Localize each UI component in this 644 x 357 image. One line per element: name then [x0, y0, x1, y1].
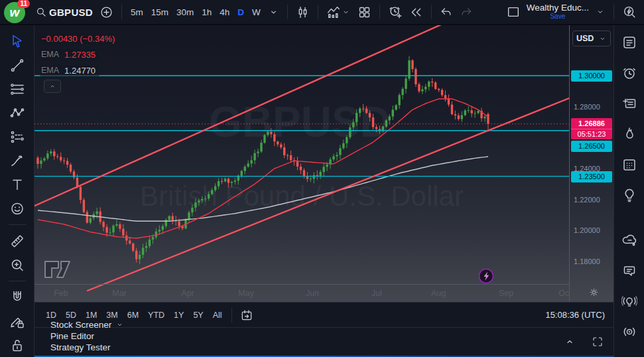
layout-select-button[interactable]: [503, 3, 524, 21]
panel-tab-label: Stock Screener: [50, 320, 111, 330]
sidebar-item-notes[interactable]: [617, 94, 641, 113]
separator: [121, 5, 122, 19]
price-axis-label: 1.20000: [574, 225, 600, 236]
currency-selector[interactable]: USD: [572, 31, 611, 46]
time-axis-month[interactable]: Jul: [371, 289, 382, 298]
magnet-icon: [9, 289, 25, 306]
timeframe-15m[interactable]: 15m: [147, 5, 172, 19]
price-axis-label: 1.22000: [574, 194, 600, 206]
time-axis-month[interactable]: Mar: [112, 289, 127, 298]
timeframe-w[interactable]: W: [248, 5, 265, 19]
flash-search-icon: [622, 5, 637, 19]
chart-pane[interactable]: GBPUSDBritish Pound / U.S. Dollar −0.004…: [34, 25, 613, 302]
compare-add-button[interactable]: [96, 3, 117, 21]
tool-xabcd-pattern[interactable]: [5, 104, 29, 122]
timeframe-30m[interactable]: 30m: [172, 5, 198, 19]
timezone-clock[interactable]: 15:08:36 (UTC): [542, 308, 608, 322]
quick-search-button[interactable]: [619, 3, 640, 21]
symbol-search-button[interactable]: GBPUSD: [32, 4, 96, 21]
symbol-change-row[interactable]: −0.00430 (−0.34%): [40, 33, 119, 44]
ema-fast-row[interactable]: EMA 1.27335: [40, 49, 99, 60]
chart-style-button[interactable]: [292, 3, 313, 21]
notes-icon: [621, 95, 637, 112]
layout-menu-button[interactable]: [592, 5, 609, 19]
timeframe-1h[interactable]: 1h: [198, 5, 216, 19]
app-logo[interactable]: w 11: [4, 1, 27, 23]
symbol-name: GBPUSD: [49, 7, 93, 18]
chevron-down-icon: [341, 7, 351, 17]
sidebar-item-streams[interactable]: [617, 322, 641, 341]
sidebar-item-watchlist[interactable]: [617, 33, 641, 52]
legend-collapse-button[interactable]: [44, 80, 61, 93]
time-axis-month[interactable]: Feb: [54, 289, 68, 298]
panel-maximize-button[interactable]: [588, 334, 607, 350]
chevron-down-icon: [268, 7, 279, 18]
timeframe-menu-button[interactable]: [265, 5, 283, 20]
tool-ruler[interactable]: [5, 232, 29, 250]
tool-brush[interactable]: [5, 151, 29, 170]
time-axis-month[interactable]: Oct: [558, 289, 569, 298]
redo-button[interactable]: [456, 3, 476, 21]
range-1y[interactable]: 1Y: [169, 308, 188, 322]
tool-magnet[interactable]: [5, 288, 29, 307]
lock-all-icon: [9, 337, 25, 354]
tool-cursor[interactable]: [5, 32, 29, 50]
currency-value: USD: [576, 34, 594, 43]
range-ytd[interactable]: YTD: [143, 308, 169, 322]
panel-tab-stock-screener[interactable]: Stock Screener: [46, 319, 128, 330]
price-axis-label: 1.23500: [571, 171, 612, 182]
ideas-icon: [621, 186, 637, 204]
main-area: GBPUSDBritish Pound / U.S. Dollar −0.004…: [0, 25, 644, 357]
sidebar-item-ideas[interactable]: [617, 186, 641, 204]
tool-lock-all[interactable]: [5, 336, 29, 354]
streams-icon: [621, 323, 637, 340]
time-axis-month[interactable]: Aug: [431, 289, 446, 298]
panel-tab-label: Strategy Tester: [50, 342, 111, 352]
timeframe-5m[interactable]: 5m: [127, 5, 147, 19]
layout-name-button[interactable]: Wealthy Educ... Save: [524, 2, 592, 22]
indicators-button[interactable]: [323, 3, 354, 21]
bottom-panel-tabs: Stock ScreenerPine EditorStrategy Tester…: [46, 319, 128, 357]
time-axis-month[interactable]: Sep: [499, 289, 513, 298]
range-all[interactable]: All: [208, 308, 227, 322]
tool-fib-retracement[interactable]: [5, 80, 29, 98]
save-label: Save: [550, 12, 565, 21]
time-axis-month[interactable]: Apr: [181, 289, 194, 298]
price-axis-label: 1.30000: [571, 70, 612, 82]
undo-button[interactable]: [436, 3, 456, 21]
sidebar-item-chat[interactable]: [617, 261, 641, 280]
tool-forecast[interactable]: [5, 127, 29, 146]
time-axis[interactable]: FebMarAprMayJunJulAugSepOct: [34, 284, 569, 302]
tool-emoji[interactable]: [5, 199, 29, 218]
tool-drawing-lock[interactable]: [5, 312, 29, 330]
ema-slow-row[interactable]: EMA 1.24770: [40, 65, 99, 76]
axis-settings-button[interactable]: [584, 286, 604, 301]
time-axis-month[interactable]: May: [238, 289, 254, 298]
panel-tab-pine-editor[interactable]: Pine Editor: [46, 330, 98, 342]
sidebar-item-community[interactable]: [617, 353, 641, 357]
timeframe-d[interactable]: D: [233, 5, 248, 19]
sidebar-item-alerts[interactable]: [617, 64, 641, 82]
create-alert-button[interactable]: [385, 3, 406, 21]
price-axis-label: 1.18000: [574, 256, 600, 267]
range-5y[interactable]: 5Y: [188, 308, 208, 322]
top-toolbar: w 11 GBPUSD 5m15m30m1h4hDW: [0, 0, 644, 25]
time-axis-month[interactable]: Jun: [306, 289, 319, 298]
sidebar-item-live-ideas[interactable]: [617, 292, 641, 311]
panel-tab-strategy-tester[interactable]: Strategy Tester: [46, 342, 115, 353]
sidebar-item-minds[interactable]: [617, 231, 641, 250]
sidebar-item-calendar[interactable]: [617, 155, 641, 174]
separator: [379, 5, 380, 19]
layout-grid-button[interactable]: [354, 3, 375, 21]
sidebar-item-hotlists[interactable]: [617, 125, 641, 143]
timeframe-4h[interactable]: 4h: [216, 5, 233, 19]
price-axis[interactable]: USD 1.300001.280001.240001.235001.265001…: [569, 25, 613, 302]
tool-text-tool[interactable]: [5, 175, 29, 194]
tool-zoom-in[interactable]: [5, 255, 29, 274]
bar-replay-button[interactable]: [406, 3, 426, 21]
go-to-date-button[interactable]: [237, 307, 257, 324]
tool-trend-line[interactable]: [5, 56, 29, 74]
price-change: −0.00430 (−0.34%): [41, 34, 115, 44]
indicator-value: 1.24770: [64, 66, 96, 76]
panel-expand-button[interactable]: [560, 334, 579, 350]
